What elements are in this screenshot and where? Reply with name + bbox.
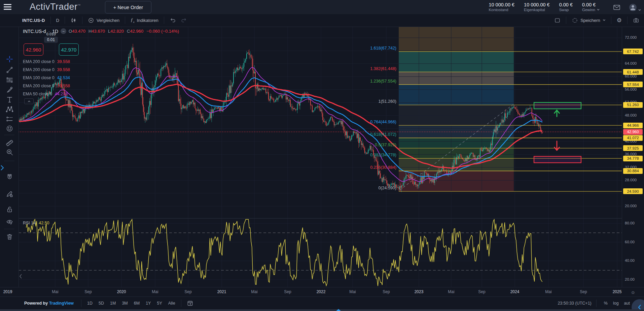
range-button-5y[interactable]: 5Y <box>154 300 165 307</box>
crosshair-tool-button[interactable] <box>5 55 14 63</box>
save-layout-button[interactable]: Speichern <box>570 17 608 24</box>
range-button-1d[interactable]: 1D <box>84 300 96 307</box>
snapshot-button[interactable] <box>631 17 641 24</box>
range-button-alle[interactable]: Alle <box>165 300 178 307</box>
bottom-panel-handle[interactable] <box>0 309 644 311</box>
toolbar-separator <box>4 229 14 229</box>
camera-icon <box>633 17 639 24</box>
account-value: 0.00 € <box>582 2 600 7</box>
indicator-legend-row[interactable]: EMA 50 close 044.218 <box>23 92 68 96</box>
compare-button[interactable]: Vergleichen <box>86 17 121 24</box>
interval-button[interactable]: D <box>54 18 61 23</box>
indicator-legend-row[interactable]: EMA 100 close 042.534 <box>23 75 70 80</box>
main-chart[interactable] <box>0 0 644 311</box>
collapse-legend-icon[interactable]: − <box>61 28 66 34</box>
hide-all-tool-button[interactable] <box>5 217 14 226</box>
buy-button[interactable]: 42.970 <box>59 43 79 56</box>
trademark: ™ <box>78 4 81 7</box>
trash-tool-button[interactable] <box>5 232 14 241</box>
range-button-1y[interactable]: 1Y <box>143 300 154 307</box>
change-value: −0.060 (−0.14%) <box>146 29 179 34</box>
time-tick: Mai <box>48 289 63 294</box>
range-button-1m[interactable]: 1M <box>107 300 119 307</box>
range-button-5d[interactable]: 5D <box>96 300 107 307</box>
tradingview-link[interactable]: TradingView <box>49 301 74 306</box>
bottom-panel-arrow[interactable] <box>336 309 341 311</box>
rsi-pane-chevron[interactable] <box>19 274 23 279</box>
legend-collapse-button[interactable] <box>24 98 34 104</box>
expand-watchlist-button[interactable] <box>0 164 4 172</box>
price-tick: 28.000 <box>625 178 637 182</box>
indicator-legend-row[interactable]: EMA 200 close 039.558 <box>23 84 70 88</box>
rsi-value: 42.50 <box>39 221 49 225</box>
emoji-icon <box>6 125 13 132</box>
time-tick: Sep <box>280 289 295 294</box>
rsi-legend[interactable]: RSI 14 42.50 <box>23 221 49 225</box>
brush-icon <box>6 86 13 94</box>
settings-button[interactable]: ⚙ <box>615 17 624 24</box>
log-scale-button[interactable]: log <box>610 300 621 307</box>
calendar-goto-icon <box>187 300 193 307</box>
profile-button[interactable] <box>628 3 638 12</box>
time-tick: Mai <box>148 289 163 294</box>
undo-button[interactable] <box>168 17 178 24</box>
fib-level-label: 1(51.260) <box>378 99 396 104</box>
mail-button[interactable] <box>612 3 622 12</box>
chart-type-button[interactable] <box>68 17 79 24</box>
ruler-tool-button[interactable] <box>5 138 14 147</box>
time-tick: 2022 <box>314 289 328 294</box>
ruler-icon <box>6 138 13 146</box>
brush-tool-button[interactable] <box>5 85 14 94</box>
rsi-tick: 80.00 <box>625 221 635 225</box>
zoom-in-tool-button[interactable] <box>5 148 14 156</box>
magnet-tool-button[interactable] <box>5 173 14 181</box>
indicator-legend-row[interactable]: EMA 200 close 039.558 <box>23 59 70 64</box>
percent-scale-button[interactable]: % <box>601 300 610 307</box>
trend-line-icon <box>6 66 13 74</box>
clock[interactable]: 23:50:33 (UTC+1) <box>558 301 591 306</box>
range-button-3m[interactable]: 3M <box>119 300 131 307</box>
new-order-button[interactable]: + Neue Order <box>105 1 151 13</box>
menu-icon[interactable] <box>4 4 11 10</box>
sell-button[interactable]: 42.960 <box>24 43 43 56</box>
text-tool-button[interactable] <box>5 95 14 104</box>
auto-scale-button[interactable]: aut <box>621 300 633 307</box>
fib-retracement-tool-button[interactable] <box>5 75 14 84</box>
indicator-value: 39.558 <box>57 67 70 72</box>
goto-date-button[interactable] <box>184 299 196 308</box>
current-price-badge: 42.960 <box>623 129 643 135</box>
lock-all-icon <box>6 206 13 213</box>
price-axis[interactable]: 72.00064.00060.00056.00052.00048.00040.0… <box>622 27 644 287</box>
plus-circle-icon <box>88 17 94 24</box>
emoji-tool-button[interactable] <box>5 124 14 133</box>
fib-level-label: 0.618(41.072) <box>370 132 396 137</box>
lock-all-tool-button[interactable] <box>5 205 14 214</box>
forecast-icon <box>6 115 13 123</box>
forecast-tool-button[interactable] <box>5 114 14 123</box>
range-button-6m[interactable]: 6M <box>131 300 143 307</box>
legend-symbol[interactable]: INTC.US-d <box>23 29 46 34</box>
indicators-button[interactable]: ƒx Indikatoren <box>129 17 160 24</box>
undo-icon <box>170 17 176 24</box>
indicator-value: 39.558 <box>57 59 70 64</box>
indicator-legend-row[interactable]: EMA 200 close 039.558 <box>23 67 70 72</box>
xabcd-pattern-tool-button[interactable] <box>5 105 14 114</box>
time-tick: Mai <box>247 289 262 294</box>
time-axis[interactable]: 2019MaiSep2020MaiSep2021MaiSep2022MaiSep… <box>0 287 644 297</box>
fullscreen-button[interactable] <box>552 17 563 24</box>
avatar-icon <box>629 3 637 12</box>
chevron-down-icon <box>638 9 641 11</box>
redo-button[interactable] <box>178 17 189 24</box>
trading-platform-window: ActivTrader™ + Neue Order 10 000.00 €Kon… <box>0 0 644 311</box>
fib-level-label: 0.236(30.884) <box>370 165 396 170</box>
time-tick: Sep <box>181 289 195 294</box>
price-tick: 20.000 <box>625 204 637 208</box>
indicators-label: Indikatoren <box>137 18 158 23</box>
time-tick: 2019 <box>0 289 15 294</box>
fib-level-label: 1.382(61.448) <box>370 66 396 71</box>
symbol-button[interactable]: INTC.US-D <box>20 18 47 23</box>
trend-line-tool-button[interactable] <box>5 65 14 74</box>
draw-lock-tool-button[interactable] <box>5 189 14 198</box>
chevron-down-icon[interactable] <box>597 9 600 11</box>
theme-icon[interactable]: ☼ <box>628 288 638 296</box>
